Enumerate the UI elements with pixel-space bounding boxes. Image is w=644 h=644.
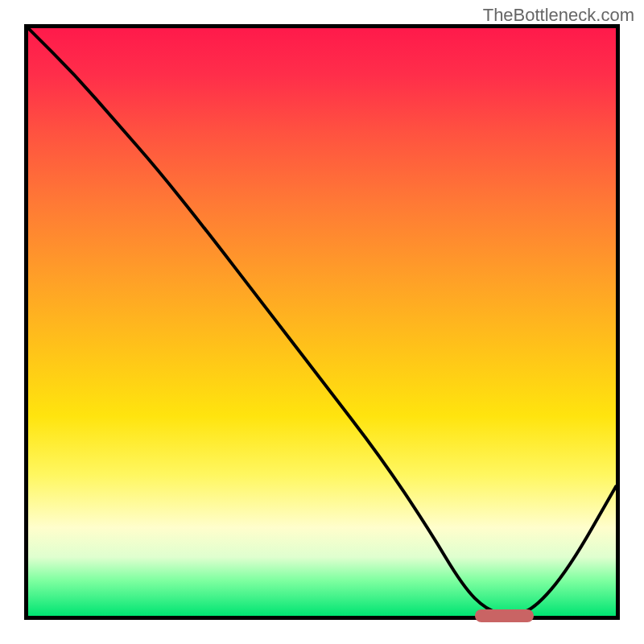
chart-frame	[24, 24, 620, 620]
chart-svg	[28, 28, 616, 616]
optimum-range-marker	[475, 609, 534, 622]
bottleneck-curve-path	[28, 28, 616, 614]
attribution-text: TheBottleneck.com	[483, 5, 634, 26]
